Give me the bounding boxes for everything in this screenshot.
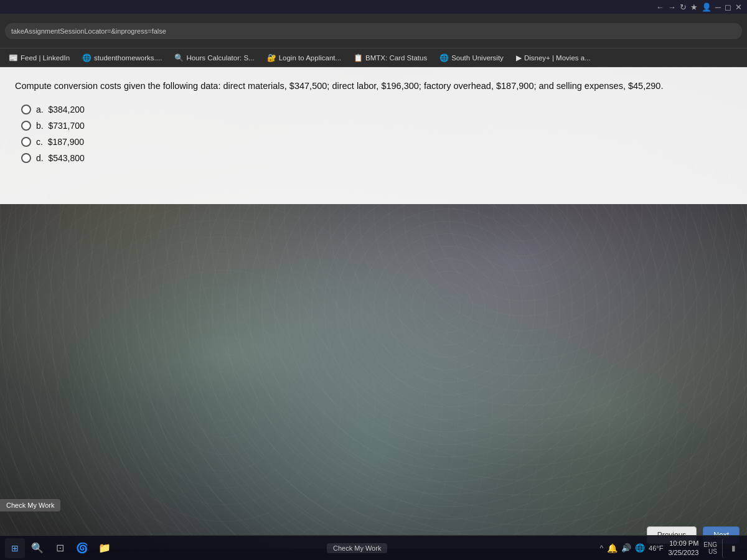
url-text: takeAssignmentSessionLocator=&inprogress… — [11, 27, 166, 35]
bookmarks-bar: 📰 Feed | LinkedIn 🌐 studenthomeworks....… — [0, 49, 747, 67]
content-panel: Compute conversion costs given the follo… — [0, 67, 747, 204]
back-icon[interactable]: ← — [656, 2, 664, 12]
radio-c[interactable] — [21, 137, 31, 147]
taskbar-app-label: Check My Work — [333, 544, 381, 552]
hours-calculator-icon: 🔍 — [174, 54, 184, 62]
close-icon[interactable]: ✕ — [735, 2, 742, 12]
bookmark-south-university[interactable]: 🌐 South University — [435, 52, 509, 63]
task-view[interactable]: ⊡ — [50, 538, 70, 558]
login-applicant-icon: 🔐 — [267, 54, 276, 62]
answer-options: a. $384,200 b. $731,700 c. $187,900 — [15, 105, 732, 163]
browser-window-controls: ← → ↻ ★ 👤 ─ ◻ ✕ — [656, 2, 742, 12]
main-content-area: Compute conversion costs given the follo… — [0, 67, 747, 549]
taskbar-left: ⊞ 🔍 ⊡ 🌀 📁 — [5, 538, 115, 558]
bmtx-icon: 📋 — [354, 54, 363, 62]
bookmark-disney[interactable]: ▶ Disney+ | Movies a... — [511, 52, 596, 63]
studenthomeworks-icon: 🌐 — [82, 54, 92, 62]
question-text: Compute conversion costs given the follo… — [15, 80, 732, 93]
minimize-icon[interactable]: ─ — [715, 2, 721, 12]
option-a[interactable]: a. $384,200 — [21, 105, 732, 114]
disney-icon: ▶ — [516, 54, 522, 62]
bookmark-disney-label: Disney+ | Movies a... — [524, 54, 591, 62]
taskbar-center: Check My Work — [117, 543, 597, 553]
option-c[interactable]: c. $187,900 — [21, 137, 732, 147]
south-university-icon: 🌐 — [439, 54, 449, 62]
temperature-display: 46°F — [649, 544, 663, 552]
notification-icon[interactable]: 🔔 — [607, 543, 618, 553]
option-b[interactable]: b. $731,700 — [21, 121, 732, 131]
check-my-work-label: Check My Work — [6, 502, 54, 509]
task-view-icon: ⊡ — [56, 542, 64, 554]
check-my-work-button[interactable]: Check My Work — [0, 499, 60, 511]
browser-top-bar: ← → ↻ ★ 👤 ─ ◻ ✕ — [0, 0, 747, 14]
feed-linkedin-icon: 📰 — [9, 54, 18, 62]
edge-icon: 🌀 — [76, 542, 88, 554]
bookmark-bmtx-label: BMTX: Card Status — [365, 54, 427, 62]
start-button[interactable]: ⊞ — [5, 538, 25, 558]
bookmark-feed-linkedin[interactable]: 📰 Feed | LinkedIn — [4, 52, 75, 63]
edge-browser[interactable]: 🌀 — [72, 538, 92, 558]
browser-chrome: takeAssignmentSessionLocator=&inprogress… — [0, 14, 747, 49]
search-taskbar-icon: 🔍 — [31, 542, 44, 554]
taskbar: ⊞ 🔍 ⊡ 🌀 📁 Check My Work ^ 🔔 🔊 🌐 46°F 10:… — [0, 535, 747, 560]
file-explorer-icon: 📁 — [98, 542, 111, 554]
url-bar[interactable]: takeAssignmentSessionLocator=&inprogress… — [5, 23, 742, 39]
taskbar-right: ^ 🔔 🔊 🌐 46°F 10:09 PM 3/25/2023 ENG US ▮ — [599, 538, 742, 558]
option-a-label: a. $384,200 — [36, 105, 85, 114]
date-display: 3/25/2023 — [668, 548, 698, 557]
bookmark-hours-calculator-label: Hours Calculator: S... — [186, 54, 254, 62]
search-taskbar[interactable]: 🔍 — [27, 538, 47, 558]
option-d-label: d. $543,800 — [36, 153, 85, 163]
option-c-label: c. $187,900 — [36, 137, 84, 147]
bookmark-feed-linkedin-label: Feed | LinkedIn — [21, 54, 70, 62]
bookmark-login-applicant-label: Login to Applicant... — [279, 54, 341, 62]
bookmark-login-applicant[interactable]: 🔐 Login to Applicant... — [262, 52, 346, 63]
show-desktop-icon: ▮ — [731, 544, 736, 553]
reload-icon[interactable]: ↻ — [680, 2, 687, 12]
region-label: US — [708, 548, 717, 555]
language-label: ENG — [703, 541, 717, 548]
maximize-icon[interactable]: ◻ — [725, 2, 731, 12]
windows-icon: ⊞ — [11, 543, 19, 553]
taskbar-clock[interactable]: 10:09 PM 3/25/2023 — [668, 539, 698, 557]
chevron-up-icon[interactable]: ^ — [599, 544, 603, 553]
file-explorer[interactable]: 📁 — [95, 538, 115, 558]
system-tray: ^ 🔔 🔊 🌐 46°F — [599, 543, 663, 553]
option-d[interactable]: d. $543,800 — [21, 153, 732, 163]
radio-d[interactable] — [21, 153, 31, 163]
bookmark-hours-calculator[interactable]: 🔍 Hours Calculator: S... — [169, 52, 259, 63]
network-icon[interactable]: 🌐 — [635, 543, 645, 553]
show-desktop[interactable]: ▮ — [722, 538, 742, 558]
bookmark-south-university-label: South University — [451, 54, 504, 62]
profile-icon[interactable]: 👤 — [702, 2, 712, 12]
speaker-icon[interactable]: 🔊 — [621, 543, 631, 553]
bookmark-studenthomeworks-label: studenthomeworks.... — [94, 54, 162, 62]
option-b-label: b. $731,700 — [36, 121, 85, 131]
bookmark-studenthomeworks[interactable]: 🌐 studenthomeworks.... — [77, 52, 167, 63]
radio-b[interactable] — [21, 121, 31, 131]
star-icon[interactable]: ★ — [690, 2, 698, 12]
taskbar-app-check-work[interactable]: Check My Work — [327, 543, 387, 553]
time-display: 10:09 PM — [669, 539, 698, 548]
radio-a[interactable] — [21, 105, 31, 114]
forward-icon[interactable]: → — [668, 2, 676, 12]
bookmark-bmtx[interactable]: 📋 BMTX: Card Status — [349, 52, 432, 63]
language-indicator: ENG US — [703, 541, 717, 555]
